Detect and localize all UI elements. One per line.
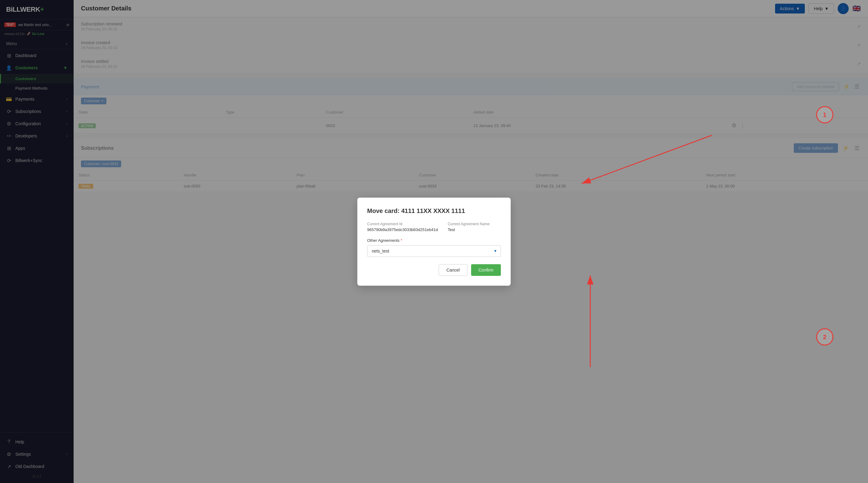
modal-overlay: Move card: 4111 11XX XXXX 1111 Current A… <box>0 0 868 483</box>
other-agreements-field: Other Agreements * nets_test <box>367 238 501 257</box>
modal: Move card: 4111 11XX XXXX 1111 Current A… <box>357 198 511 286</box>
current-agreement-id-label: Current Agreement Id <box>367 222 438 226</box>
modal-fields-row: Current Agreement Id 965790b9a3975edc303… <box>367 222 501 232</box>
modal-title: Move card: 4111 11XX XXXX 1111 <box>367 207 501 214</box>
confirm-button[interactable]: Confirm <box>471 264 501 276</box>
current-agreement-id-value: 965790b9a3975edc3033b83d251eb41d <box>367 228 438 232</box>
other-agreements-dropdown[interactable]: nets_test <box>367 245 501 257</box>
cancel-button[interactable]: Cancel <box>439 264 467 276</box>
dropdown-wrapper: nets_test <box>367 245 501 257</box>
current-agreement-name-label: Current Agreement Name <box>448 222 501 226</box>
current-agreement-id-field: Current Agreement Id 965790b9a3975edc303… <box>367 222 438 232</box>
required-star: * <box>401 238 402 243</box>
other-agreements-label: Other Agreements * <box>367 238 501 243</box>
current-agreement-name-field: Current Agreement Name Test <box>448 222 501 232</box>
modal-actions: Cancel Confirm <box>367 264 501 276</box>
current-agreement-name-value: Test <box>448 228 501 232</box>
